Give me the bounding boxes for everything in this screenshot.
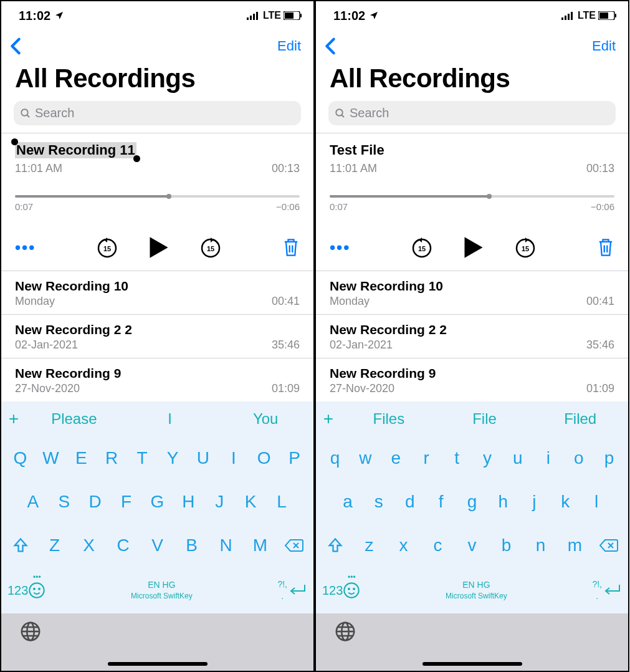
key[interactable]: Q (5, 448, 36, 468)
numeric-key[interactable]: 123 (322, 583, 343, 598)
space-key[interactable]: EN HG Microsoft SwiftKey (360, 580, 592, 600)
key[interactable]: X (73, 535, 105, 555)
key[interactable]: v (456, 535, 488, 555)
key[interactable]: K (235, 492, 266, 512)
search-input[interactable]: Search (328, 101, 616, 125)
edit-button[interactable]: Edit (277, 38, 301, 54)
selection-handle-start[interactable] (11, 138, 18, 145)
key[interactable]: F (111, 492, 142, 512)
emoji-key[interactable]: ••• (343, 582, 360, 599)
key[interactable]: R (97, 448, 127, 468)
recording-row[interactable]: New Recording 9 27-Nov-202001:09 (316, 358, 628, 401)
suggestion[interactable]: I (122, 410, 218, 428)
suggestion[interactable]: File (437, 410, 533, 428)
key[interactable]: M (244, 535, 276, 555)
key[interactable]: y (472, 448, 503, 468)
punctuation-key[interactable]: ?!, . (277, 579, 287, 602)
key[interactable]: p (594, 448, 624, 468)
key[interactable]: x (388, 535, 419, 555)
edit-button[interactable]: Edit (592, 38, 616, 54)
recording-title-editable[interactable]: New Recording 11 (15, 142, 136, 158)
expanded-recording[interactable]: New Recording 11 11:01 AM 00:13 0:07 −0:… (1, 133, 313, 271)
key[interactable]: H (173, 492, 204, 512)
key[interactable]: g (457, 492, 488, 512)
return-key[interactable] (602, 582, 622, 598)
key[interactable]: q (320, 448, 350, 468)
key[interactable]: Z (39, 535, 70, 555)
key[interactable]: a (332, 492, 363, 512)
backspace-key[interactable] (593, 538, 624, 553)
more-button[interactable]: ••• (15, 238, 36, 257)
playback-scrubber[interactable] (330, 195, 614, 198)
suggestion[interactable]: Please (26, 410, 122, 428)
key[interactable]: r (411, 448, 442, 468)
return-key[interactable] (287, 582, 307, 598)
delete-button[interactable] (282, 238, 300, 257)
globe-key[interactable] (20, 621, 41, 642)
key[interactable]: o (563, 448, 594, 468)
key[interactable]: O (249, 448, 279, 468)
key[interactable]: l (581, 492, 612, 512)
key[interactable]: d (394, 492, 426, 512)
shift-key[interactable] (5, 537, 36, 554)
key[interactable]: G (142, 492, 173, 512)
expanded-recording[interactable]: Test File 11:01 AM 00:13 0:07 −0:06 ••• … (316, 133, 628, 271)
key[interactable]: j (518, 492, 550, 512)
key[interactable]: e (381, 448, 411, 468)
expand-suggestions-button[interactable]: + (1, 409, 26, 429)
key[interactable]: B (176, 535, 208, 555)
numeric-key[interactable]: 123 (7, 583, 28, 598)
space-key[interactable]: EN HG Microsoft SwiftKey (45, 580, 277, 600)
key[interactable]: k (550, 492, 581, 512)
key[interactable]: A (17, 492, 49, 512)
key[interactable]: i (533, 448, 563, 468)
play-button[interactable] (463, 236, 484, 259)
forward-15-button[interactable]: 15 (199, 236, 222, 259)
playback-scrubber[interactable] (15, 195, 300, 198)
recording-row[interactable]: New Recording 10 Monday00:41 (1, 271, 313, 314)
key[interactable]: N (210, 535, 242, 555)
home-indicator[interactable] (108, 662, 208, 666)
suggestion[interactable]: Files (341, 410, 437, 428)
selection-handle-end[interactable] (133, 155, 140, 162)
delete-button[interactable] (597, 238, 614, 257)
recording-row[interactable]: New Recording 2 2 02-Jan-202135:46 (1, 314, 313, 358)
key[interactable]: E (66, 448, 97, 468)
recording-row[interactable]: New Recording 9 27-Nov-202001:09 (1, 358, 313, 401)
key[interactable]: c (422, 535, 454, 555)
emoji-key[interactable]: ••• (28, 582, 45, 599)
forward-15-button[interactable]: 15 (514, 236, 537, 259)
key[interactable]: f (426, 492, 457, 512)
back-button[interactable] (10, 37, 21, 55)
shift-key[interactable] (320, 537, 351, 554)
rewind-15-button[interactable]: 15 (411, 236, 433, 259)
rewind-15-button[interactable]: 15 (96, 236, 118, 259)
key[interactable]: u (502, 448, 533, 468)
suggestion[interactable]: Filed (532, 410, 628, 428)
punctuation-key[interactable]: ?!, . (592, 579, 602, 602)
key[interactable]: z (353, 535, 385, 555)
key[interactable]: m (559, 535, 591, 555)
key[interactable]: P (279, 448, 310, 468)
key[interactable]: I (218, 448, 249, 468)
expand-suggestions-button[interactable]: + (316, 409, 341, 429)
key[interactable]: w (350, 448, 381, 468)
key[interactable]: S (49, 492, 80, 512)
suggestion[interactable]: You (217, 410, 313, 428)
key[interactable]: W (36, 448, 66, 468)
key[interactable]: Y (158, 448, 188, 468)
key[interactable]: D (80, 492, 111, 512)
home-indicator[interactable] (422, 662, 522, 666)
key[interactable]: s (363, 492, 394, 512)
key[interactable]: L (266, 492, 297, 512)
backspace-key[interactable] (279, 538, 310, 553)
recording-row[interactable]: New Recording 10 Monday00:41 (316, 271, 628, 314)
recording-row[interactable]: New Recording 2 2 02-Jan-202135:46 (316, 314, 628, 358)
recording-title-editable[interactable]: Test File (330, 142, 384, 158)
search-input[interactable]: Search (14, 101, 301, 125)
key[interactable]: J (204, 492, 235, 512)
play-button[interactable] (148, 236, 169, 259)
key[interactable]: V (141, 535, 173, 555)
key[interactable]: b (490, 535, 522, 555)
key[interactable]: C (107, 535, 139, 555)
